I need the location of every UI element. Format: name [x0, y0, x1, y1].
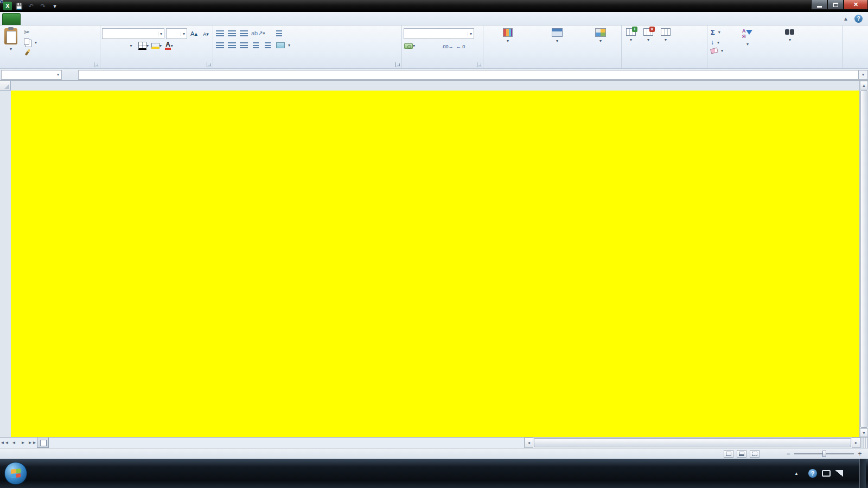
comma-style-button[interactable] [429, 41, 439, 51]
zoom-in-icon[interactable]: + [856, 450, 864, 458]
insert-worksheet-button[interactable] [37, 438, 49, 448]
normal-view-button[interactable] [724, 450, 733, 458]
format-as-table-button[interactable]: ▾ [533, 27, 582, 61]
sort-filter-button[interactable]: ▾ [727, 27, 768, 61]
dialog-launcher-icon[interactable] [477, 62, 482, 67]
qat-customize-button[interactable]: ▾ [50, 2, 60, 10]
zoom-slider[interactable]: − + [784, 450, 864, 458]
close-button[interactable]: ✕ [844, 0, 868, 10]
delete-cells-button[interactable]: × ▾ [641, 27, 656, 61]
increase-font-button[interactable] [189, 29, 199, 39]
align-left-button[interactable] [215, 40, 225, 50]
align-top-button[interactable] [215, 28, 225, 38]
name-box[interactable]: ▾ [1, 70, 62, 80]
copy-button[interactable]: ▾ [22, 38, 39, 47]
formula-input[interactable] [78, 70, 858, 80]
minimize-ribbon-icon[interactable]: ▲ [841, 14, 850, 23]
selected-cell[interactable] [0, 0, 2, 2]
decrease-decimal-button[interactable] [456, 41, 466, 51]
hidden-icons-caret[interactable]: ▲ [794, 471, 799, 476]
ribbon-group-number: ▾ ▾ [402, 25, 483, 68]
align-center-button[interactable] [227, 40, 237, 50]
show-desktop-button[interactable] [859, 459, 866, 488]
undo-button[interactable]: ↶ [26, 2, 36, 10]
scroll-up-icon[interactable]: ▲ [860, 81, 868, 89]
help-icon[interactable]: ? [854, 15, 863, 23]
fill-button[interactable]: ▾ [709, 38, 725, 47]
decrease-indent-button[interactable] [251, 40, 261, 50]
paste-button[interactable]: ▾ [2, 27, 20, 61]
next-sheet-button[interactable]: ► [18, 438, 28, 448]
font-size-combo[interactable]: ▾ [166, 28, 187, 39]
wrap-text-button[interactable] [275, 30, 285, 37]
restore-button[interactable] [827, 0, 844, 10]
action-center-icon[interactable]: ? [808, 469, 817, 478]
find-select-button[interactable]: ▾ [770, 27, 809, 61]
save-button[interactable]: 💾 [14, 2, 24, 10]
horizontal-scroll-thumb[interactable] [534, 438, 851, 447]
percent-style-button[interactable] [417, 41, 427, 51]
dialog-launcher-icon[interactable] [94, 62, 99, 67]
last-sheet-button[interactable]: ►► [28, 438, 37, 448]
ribbon-group-cells: + ▾ × ▾ ▾ [622, 25, 707, 68]
fill-color-button[interactable]: ▾ [151, 41, 162, 51]
align-right-button[interactable] [239, 40, 249, 50]
orientation-button[interactable]: ab↗▾ [251, 28, 265, 38]
align-middle-button[interactable] [227, 28, 237, 38]
start-button[interactable] [4, 462, 27, 485]
ribbon-group-alignment: ab↗▾ ▾ [213, 25, 402, 68]
merge-center-button[interactable]: ▾ [275, 42, 292, 49]
select-all-corner[interactable] [0, 81, 11, 91]
first-sheet-button[interactable]: ◄◄ [0, 438, 9, 448]
format-painter-button[interactable] [22, 48, 39, 56]
align-bottom-button[interactable] [239, 28, 249, 38]
accounting-format-button[interactable]: ▾ [404, 41, 416, 51]
increase-indent-button[interactable] [263, 40, 273, 50]
scroll-right-icon[interactable]: ► [852, 438, 860, 448]
zoom-out-icon[interactable]: − [784, 450, 792, 458]
fill-down-icon [711, 38, 714, 46]
cut-button[interactable] [22, 28, 39, 37]
network-icon[interactable] [835, 470, 843, 477]
vertical-scroll-thumb[interactable] [860, 90, 867, 428]
dialog-launcher-icon[interactable] [395, 62, 400, 67]
minimize-button[interactable] [811, 0, 827, 10]
prev-sheet-button[interactable]: ◄ [9, 438, 18, 448]
font-color-button[interactable]: А▾ [164, 41, 174, 51]
sheet-canvas[interactable] [11, 91, 859, 437]
taskbar: ▲ ? [0, 459, 868, 488]
redo-button[interactable]: ↷ [38, 2, 48, 10]
expand-formula-bar-button[interactable]: ▾ [858, 70, 868, 80]
cell-styles-button[interactable]: ▾ [584, 27, 617, 61]
page-break-view-button[interactable] [750, 450, 760, 458]
borders-button[interactable]: ▾ [138, 41, 149, 51]
system-tray: ▲ ? [794, 459, 868, 488]
file-tab[interactable] [2, 13, 21, 25]
conditional-formatting-button[interactable]: ▾ [485, 27, 531, 61]
underline-button[interactable]: ▾ [126, 41, 136, 51]
format-as-table-icon [552, 28, 563, 37]
autosum-button[interactable]: ▾ [709, 28, 725, 37]
bold-button[interactable] [102, 41, 112, 51]
tab-split-handle[interactable] [860, 438, 868, 448]
scroll-left-icon[interactable]: ◄ [525, 438, 533, 448]
clear-button[interactable]: ▾ [709, 48, 725, 54]
page-layout-view-button[interactable] [737, 450, 746, 458]
format-cells-button[interactable]: ▾ [658, 27, 673, 61]
number-format-combo[interactable]: ▾ [404, 28, 474, 39]
increase-decimal-button[interactable] [441, 41, 454, 51]
horizontal-scrollbar[interactable]: ◄ ► [524, 438, 860, 448]
font-name-combo[interactable]: ▾ [102, 28, 164, 39]
decrease-font-button[interactable] [201, 29, 211, 39]
zoom-thumb[interactable] [822, 451, 826, 457]
dialog-launcher-icon[interactable] [207, 62, 212, 67]
excel-app-icon[interactable]: X [3, 2, 12, 10]
close-icon: ✕ [853, 1, 858, 8]
scroll-down-icon[interactable]: ▼ [860, 428, 868, 437]
insert-cells-button[interactable]: + ▾ [623, 27, 639, 61]
zoom-track[interactable] [794, 453, 854, 454]
display-icon[interactable] [822, 470, 831, 477]
italic-button[interactable] [114, 41, 124, 51]
fill-handle[interactable] [1, 1, 3, 3]
vertical-scrollbar[interactable]: ▲ ▼ [859, 81, 868, 437]
